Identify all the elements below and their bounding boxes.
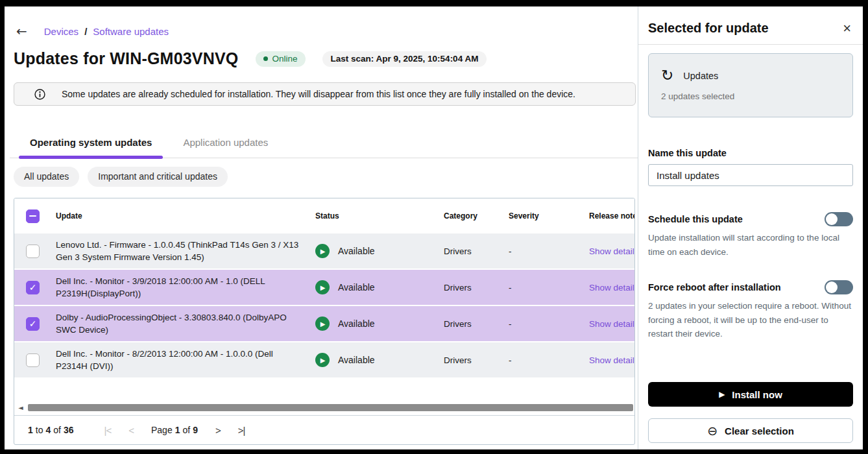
schedule-toggle-description: Update installation will start according… <box>648 231 853 259</box>
install-now-button[interactable]: ▶ Install now <box>648 382 853 407</box>
update-name: Dell Inc. - Monitor - 3/9/2018 12:00:00 … <box>56 275 315 300</box>
summary-title: Updates <box>683 71 718 81</box>
page-of-label: of <box>182 425 190 435</box>
back-arrow-icon[interactable]: ← <box>16 25 27 38</box>
status-cell: ▶ Available <box>315 353 444 367</box>
checkmark-icon: ✓ <box>29 318 37 329</box>
row-checkbox[interactable]: ✓ <box>26 245 40 258</box>
table-row[interactable]: ✓ Dell Inc. - Monitor - 8/2/2013 12:00:0… <box>14 342 634 379</box>
filter-all-updates[interactable]: All updates <box>14 167 79 187</box>
row-checkbox[interactable]: ✓ <box>26 317 40 331</box>
status-cell: ▶ Available <box>315 244 444 258</box>
first-page-icon[interactable]: |< <box>104 425 112 436</box>
last-scan-badge: Last scan: Apr 9, 2025, 10:54:04 AM <box>322 51 487 67</box>
schedule-toggle-row: Schedule this update <box>648 212 853 226</box>
tab-bar: Operating system updates Application upd… <box>10 133 638 158</box>
panel-body: ↻ Updates 2 updates selected Name this u… <box>638 45 863 449</box>
breadcrumb-devices[interactable]: Devices <box>44 26 78 37</box>
pagination-range: 1 to 4 of 36 <box>28 425 74 435</box>
table-row[interactable]: ✓ Dolby - AudioProcessingObject - 3.3080… <box>14 306 634 342</box>
breadcrumb: Devices / Software updates <box>44 26 169 37</box>
selection-summary-card: ↻ Updates 2 updates selected <box>648 53 853 117</box>
range-to-label: to <box>36 425 43 435</box>
force-reboot-toggle-description: 2 updates in your selection require a re… <box>648 299 853 341</box>
info-icon <box>34 88 46 101</box>
severity-cell: - <box>509 355 589 365</box>
table-header-row: Update Status Category Severity Release … <box>14 198 634 233</box>
update-name: Dell Inc. - Monitor - 8/2/2013 12:00:00 … <box>56 348 315 372</box>
main-content: ← Devices / Software updates Updates for… <box>5 6 638 449</box>
table-viewport: Update Status Category Severity Release … <box>14 198 634 379</box>
row-checkbox[interactable]: ✓ <box>26 353 40 367</box>
play-icon: ▶ <box>719 390 725 399</box>
update-name: Lenovo Ltd. - Firmware - 1.0.0.45 (Think… <box>56 239 315 263</box>
scrollbar-thumb[interactable] <box>28 404 633 411</box>
severity-cell: - <box>509 246 589 256</box>
show-details-link[interactable]: Show details <box>589 246 634 256</box>
summary-subtitle: 2 updates selected <box>661 91 840 101</box>
available-status-icon: ▶ <box>315 244 330 258</box>
available-status-icon: ▶ <box>315 280 330 294</box>
panel-title: Selected for update <box>648 21 769 36</box>
next-page-icon[interactable]: > <box>215 425 221 436</box>
column-header-release-notes: Release notes <box>589 211 634 221</box>
update-name-input[interactable] <box>648 164 853 186</box>
force-reboot-toggle[interactable] <box>825 280 853 294</box>
pagination-bar: 1 to 4 of 36 |< < Page 1 of 9 > <box>14 415 634 444</box>
category-cell: Drivers <box>444 283 509 293</box>
close-icon[interactable]: × <box>843 21 851 36</box>
available-status-icon: ▶ <box>315 317 330 331</box>
force-reboot-toggle-label: Force reboot after installation <box>648 282 781 293</box>
breadcrumb-separator: / <box>84 26 87 37</box>
select-all-checkbox[interactable] <box>26 209 40 223</box>
clear-selection-label: Clear selection <box>725 425 794 436</box>
row-checkbox[interactable]: ✓ <box>26 281 40 294</box>
online-dot-icon <box>263 56 268 61</box>
column-header-update: Update <box>56 211 315 221</box>
checkmark-icon: ✓ <box>29 282 37 293</box>
range-of-label: of <box>53 425 61 435</box>
title-bar: Updates for WIN-GM03VNVQ Online Last sca… <box>10 49 638 68</box>
previous-page-icon[interactable]: < <box>128 425 134 436</box>
table-row[interactable]: ✓ Lenovo Ltd. - Firmware - 1.0.0.45 (Thi… <box>14 233 634 270</box>
page-word: Page <box>151 425 173 435</box>
status-cell: ▶ Available <box>315 317 444 331</box>
column-header-category: Category <box>444 211 509 221</box>
status-label: Available <box>338 246 375 256</box>
tab-application-updates[interactable]: Application updates <box>175 133 276 158</box>
topbar: ← Devices / Software updates <box>10 23 638 39</box>
schedule-toggle[interactable] <box>825 212 853 226</box>
status-cell: ▶ Available <box>315 280 444 294</box>
pagination-nav: |< < Page 1 of 9 > >| <box>104 425 245 436</box>
category-cell: Drivers <box>444 246 509 256</box>
status-label: Available <box>338 282 375 293</box>
category-cell: Drivers <box>444 355 509 365</box>
circled-minus-icon: ⊖ <box>707 425 717 437</box>
last-page-icon[interactable]: >| <box>238 425 245 436</box>
severity-cell: - <box>509 283 589 293</box>
show-details-link[interactable]: Show details <box>589 283 634 293</box>
status-label: Available <box>338 355 375 365</box>
show-details-link[interactable]: Show details <box>589 319 634 329</box>
page-title: Updates for WIN-GM03VNVQ <box>14 49 239 68</box>
scroll-left-icon[interactable]: ◄ <box>18 404 23 411</box>
horizontal-scrollbar: ◄ <box>14 403 634 412</box>
update-name: Dolby - AudioProcessingObject - 3.30803.… <box>56 311 315 336</box>
page-indicator: Page 1 of 9 <box>151 425 198 435</box>
range-total: 36 <box>64 425 74 435</box>
tab-operating-system-updates[interactable]: Operating system updates <box>21 133 160 158</box>
category-cell: Drivers <box>444 319 509 329</box>
filter-chips: All updates Important and critical updat… <box>10 167 638 187</box>
info-banner: Some updates are already scheduled for i… <box>14 82 636 106</box>
column-header-severity: Severity <box>509 211 589 221</box>
show-details-link[interactable]: Show details <box>589 355 634 365</box>
selected-for-update-panel: Selected for update × ↻ Updates 2 update… <box>638 6 863 449</box>
install-now-label: Install now <box>732 389 782 400</box>
breadcrumb-software-updates[interactable]: Software updates <box>93 26 169 37</box>
schedule-toggle-label: Schedule this update <box>648 214 743 224</box>
range-start: 1 <box>28 425 33 435</box>
filter-important-critical[interactable]: Important and critical updates <box>88 167 228 187</box>
panel-header: Selected for update × <box>638 6 863 44</box>
clear-selection-button[interactable]: ⊖ Clear selection <box>648 418 853 443</box>
table-row[interactable]: ✓ Dell Inc. - Monitor - 3/9/2018 12:00:0… <box>14 270 634 306</box>
